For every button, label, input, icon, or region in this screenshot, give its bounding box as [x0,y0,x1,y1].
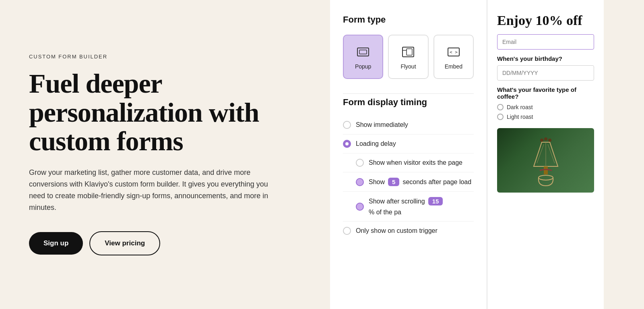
timing-option-after-scrolling[interactable]: Show after scrolling 15 % of the pa [343,192,474,222]
option-exit-page-label: Show when visitor exits the page [369,159,462,166]
timing-option-immediately[interactable]: Show immediately [343,116,474,135]
preview-birthday-label: When's your birthday? [497,55,594,62]
coffee-image-bg [497,128,594,193]
embed-icon: < > [446,44,462,60]
right-section: Form type Popup [330,0,644,309]
timing-option-custom-trigger[interactable]: Only show on custom trigger [343,222,474,240]
radio-dark-roast[interactable] [497,104,504,110]
radio-immediately[interactable] [343,121,351,129]
form-type-embed[interactable]: < > Embed [433,35,474,79]
svg-text:< >: < > [450,50,458,55]
radio-light-roast[interactable] [497,114,504,120]
timing-title: Form display timing [343,97,474,108]
radio-loading-delay[interactable] [343,140,351,148]
svg-rect-3 [407,49,412,55]
form-type-row: Popup Flyout [343,35,474,79]
signup-button[interactable]: Sign up [29,232,83,255]
dark-roast-label: Dark roast [507,104,533,110]
flyout-label: Flyout [400,63,416,70]
svg-rect-0 [357,48,369,56]
form-type-title: Form type [343,15,474,25]
coffee-option-dark-roast[interactable]: Dark roast [497,104,594,110]
preview-heading: Enjoy 10% off [497,13,594,28]
embed-label: Embed [445,63,462,70]
popup-label: Popup [355,63,371,70]
seconds-value-badge: 5 [388,178,399,186]
main-heading: Fuel deeper personalization with custom … [29,69,298,156]
radio-exit-page[interactable] [356,159,364,167]
description-text: Grow your marketing list, gather more cu… [29,167,279,213]
page-wrapper: CUSTOM FORM BUILDER Fuel deeper personal… [0,0,644,309]
popup-icon [355,44,371,60]
option-after-scrolling-label: Show after scrolling 15 % of the pa [369,197,474,216]
svg-point-12 [540,139,543,142]
coffee-dripper-svg [530,134,562,187]
light-roast-label: Light roast [507,114,533,120]
svg-point-11 [539,175,553,180]
option-loading-delay-label: Loading delay [356,140,396,147]
coffee-option-light-roast[interactable]: Light roast [497,114,594,120]
button-group: Sign up View pricing [29,231,298,255]
svg-point-14 [548,139,551,142]
preview-coffee-image [497,128,594,193]
timing-option-exit-page[interactable]: Show when visitor exits the page [343,153,474,172]
svg-rect-1 [359,50,367,54]
left-section: CUSTOM FORM BUILDER Fuel deeper personal… [0,0,330,309]
radio-seconds-after-load[interactable] [356,178,364,186]
option-immediately-label: Show immediately [356,121,408,129]
option-seconds-after-load-label: Show 5 seconds after page load [369,178,471,186]
radio-custom-trigger[interactable] [343,227,351,235]
preview-coffee-question: What's your favorite type of coffee? [497,86,594,100]
scrolling-value-badge: 15 [428,197,443,205]
preview-email-input[interactable] [497,34,594,50]
pricing-button[interactable]: View pricing [89,231,160,255]
form-type-flyout[interactable]: Flyout [388,35,428,79]
divider [343,93,474,94]
timing-option-loading-delay[interactable]: Loading delay [343,135,474,153]
form-builder-panel: Form type Popup [330,0,487,309]
option-custom-trigger-label: Only show on custom trigger [356,227,438,234]
timing-options: Show immediately Loading delay Show when… [343,116,474,240]
form-type-popup[interactable]: Popup [343,35,383,79]
eyebrow-text: CUSTOM FORM BUILDER [29,54,298,60]
preview-birthday-input[interactable] [497,65,594,81]
svg-point-13 [544,137,547,141]
radio-after-scrolling[interactable] [356,203,364,211]
preview-panel: Enjoy 10% off When's your birthday? What… [487,0,604,309]
svg-rect-10 [544,166,548,174]
flyout-icon [400,44,416,60]
timing-option-seconds-after-load[interactable]: Show 5 seconds after page load [343,172,474,192]
